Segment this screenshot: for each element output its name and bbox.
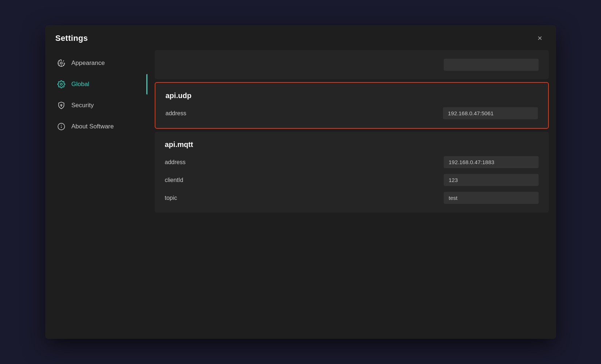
api-mqtt-section: api.mqtt address clientId topic: [155, 132, 549, 213]
api-mqtt-clientid-label: clientId: [165, 177, 184, 183]
sidebar-item-global[interactable]: Global: [48, 74, 145, 94]
sidebar-item-security-label: Security: [72, 102, 94, 109]
info-icon: [57, 122, 66, 131]
api-mqtt-topic-row: topic: [165, 192, 539, 204]
svg-point-2: [61, 104, 62, 106]
sidebar-item-about-label: About Software: [72, 123, 114, 130]
api-udp-address-input[interactable]: [443, 107, 538, 119]
api-mqtt-address-input[interactable]: [444, 156, 539, 168]
sidebar-item-security[interactable]: Security: [48, 95, 145, 116]
dialog-header: Settings ×: [45, 25, 556, 50]
sidebar: Appearance Global: [45, 50, 147, 339]
security-icon: [57, 101, 66, 110]
api-udp-address-label: address: [166, 110, 186, 117]
content-area: api.udp address api.mqtt address clientI…: [147, 50, 556, 339]
api-mqtt-address-row: address: [165, 156, 539, 168]
api-mqtt-address-label: address: [165, 159, 186, 166]
dialog-body: Appearance Global: [45, 50, 556, 339]
appearance-icon: [57, 59, 66, 67]
close-button[interactable]: ×: [534, 32, 546, 44]
api-mqtt-topic-label: topic: [165, 195, 177, 201]
sidebar-item-appearance[interactable]: Appearance: [48, 53, 145, 73]
svg-point-1: [60, 83, 62, 85]
sidebar-item-global-label: Global: [72, 81, 89, 88]
api-mqtt-clientid-input[interactable]: [444, 174, 539, 186]
api-udp-address-row: address: [166, 107, 538, 119]
api-mqtt-title: api.mqtt: [165, 140, 539, 149]
top-input[interactable]: [444, 59, 539, 71]
api-mqtt-clientid-row: clientId: [165, 174, 539, 186]
dialog-title: Settings: [55, 34, 88, 43]
gear-icon: [57, 80, 66, 89]
top-section: [155, 50, 549, 79]
sidebar-item-appearance-label: Appearance: [72, 59, 105, 67]
settings-dialog: Settings × Appearance: [45, 25, 556, 339]
api-mqtt-topic-input[interactable]: [444, 192, 539, 204]
sidebar-item-about[interactable]: About Software: [48, 116, 145, 137]
svg-point-0: [60, 62, 62, 64]
api-udp-section: api.udp address: [155, 82, 549, 129]
api-udp-title: api.udp: [166, 92, 538, 100]
